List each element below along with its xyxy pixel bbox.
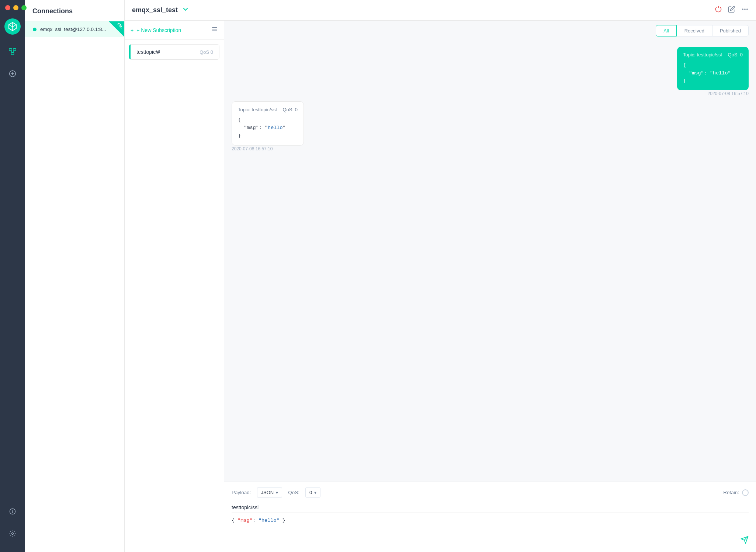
qos-label: QoS: (288, 490, 299, 495)
payload-label: Payload: (232, 490, 251, 495)
compose-key: "msg" (237, 518, 253, 523)
retain-checkbox[interactable] (742, 489, 749, 496)
payload-format-select[interactable]: JSON ▾ (257, 487, 282, 498)
message-item-received: Topic: testtopic/ssl QoS: 0 { "msg": "he… (232, 101, 749, 152)
compose-body-display: { "msg": "hello" } (232, 517, 749, 525)
messages-list: Topic: testtopic/ssl QoS: 0 { "msg": "he… (224, 41, 756, 482)
content-area: + + New Subscription testtopic/# QoS 0 (125, 21, 756, 552)
sidebar-item-info[interactable] (4, 503, 21, 520)
new-subscription-label: + New Subscription (136, 27, 181, 33)
filter-tab-all[interactable]: All (656, 25, 676, 36)
subscription-topic: testtopic/# (136, 49, 160, 55)
payload-format-chevron: ▾ (276, 490, 278, 495)
retain-label: Retain: (723, 490, 739, 495)
sidebar-add-connection[interactable] (4, 66, 21, 82)
published-timestamp: 2020-07-08 16:57:10 (708, 91, 749, 97)
filter-tabs: All Received Published (224, 21, 756, 41)
topic-input[interactable] (232, 502, 749, 513)
filter-tab-published[interactable]: Published (712, 25, 749, 36)
received-qos-label: QoS: 0 (283, 107, 298, 112)
published-qos-label: QoS: 0 (728, 52, 743, 57)
power-icon[interactable] (715, 6, 722, 15)
svg-point-14 (747, 9, 748, 10)
subscriptions-panel: + + New Subscription testtopic/# QoS 0 (125, 21, 224, 552)
svg-rect-0 (9, 49, 12, 51)
svg-rect-2 (11, 53, 14, 55)
minimize-button[interactable] (13, 5, 18, 10)
published-bubble-header: Topic: testtopic/ssl QoS: 0 (683, 52, 743, 57)
received-bubble-body: { "msg": "hello" } (238, 116, 298, 140)
retain-control: Retain: (723, 489, 749, 496)
subscription-list-icon[interactable] (211, 26, 218, 34)
message-item-published: Topic: testtopic/ssl QoS: 0 { "msg": "he… (232, 47, 749, 97)
received-bubble-header: Topic: testtopic/ssl QoS: 0 (238, 107, 298, 112)
payload-format-value: JSON (261, 490, 274, 495)
traffic-lights (5, 5, 27, 10)
topbar-actions (715, 6, 749, 15)
new-subscription-button[interactable]: + + New Subscription (131, 27, 181, 33)
published-message-bubble: Topic: testtopic/ssl QoS: 0 { "msg": "he… (677, 47, 749, 90)
connections-title: Connections (25, 0, 124, 21)
svg-rect-1 (13, 49, 16, 51)
connection-status-dot (33, 28, 37, 31)
qos-select[interactable]: 0 ▾ (305, 487, 320, 498)
more-icon[interactable] (741, 6, 749, 15)
received-message-bubble: Topic: testtopic/ssl QoS: 0 { "msg": "he… (232, 101, 304, 146)
topbar-chevron-icon[interactable] (181, 5, 190, 15)
subscriptions-header: + + New Subscription (125, 21, 224, 40)
svg-point-13 (745, 9, 745, 10)
received-topic-label: Topic: testtopic/ssl (238, 107, 277, 112)
edit-icon[interactable] (728, 6, 735, 15)
svg-point-10 (13, 510, 13, 510)
close-button[interactable] (5, 5, 10, 10)
svg-point-11 (12, 533, 14, 535)
send-button[interactable] (741, 536, 749, 546)
filter-tab-received[interactable]: Received (677, 25, 712, 36)
published-topic-label: Topic: testtopic/ssl (683, 52, 722, 57)
compose-value: "hello" (259, 518, 280, 523)
published-bubble-body: { "msg": "hello" } (683, 61, 743, 85)
sidebar (0, 0, 25, 552)
messages-area: All Received Published Topic: testtopic/… (224, 21, 756, 552)
qos-value: 0 (309, 490, 312, 495)
subscription-qos: QoS 0 (200, 49, 213, 55)
connections-panel: Connections emqx_ssl_test@127.0.0.1:8...… (25, 0, 125, 552)
compose-body-area: { "msg": "hello" } (232, 517, 749, 546)
sidebar-item-connections[interactable] (4, 43, 21, 60)
qos-chevron: ▾ (314, 490, 316, 495)
subscription-item[interactable]: testtopic/# QoS 0 (129, 44, 219, 60)
sidebar-item-settings[interactable] (4, 525, 21, 542)
plus-icon: + (131, 27, 133, 33)
connection-item[interactable]: emqx_ssl_test@127.0.0.1:8... SSL (25, 21, 124, 37)
received-timestamp: 2020-07-08 16:57:10 (232, 146, 273, 152)
compose-area: Payload: JSON ▾ QoS: 0 ▾ Retain: (224, 482, 756, 552)
app-logo[interactable] (4, 18, 21, 35)
topbar: emqx_ssl_test (125, 0, 756, 21)
svg-point-12 (742, 9, 743, 10)
maximize-button[interactable] (21, 5, 27, 10)
sidebar-bottom (4, 503, 21, 552)
connection-name: emqx_ssl_test@127.0.0.1:8... (40, 27, 106, 32)
compose-controls: Payload: JSON ▾ QoS: 0 ▾ Retain: (232, 487, 749, 498)
main-content: emqx_ssl_test (125, 0, 756, 552)
topbar-connection-name: emqx_ssl_test (132, 6, 178, 14)
